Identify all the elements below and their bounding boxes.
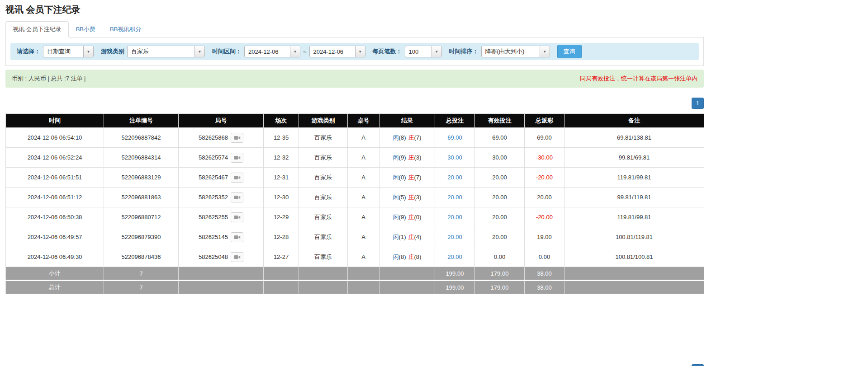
table-row: 2024-12-06 06:50:38 522096880712 5826252… [6,207,704,227]
video-replay-button[interactable] [231,153,243,163]
cell-round-id: 582625574 [179,148,264,168]
video-replay-button[interactable] [231,173,243,183]
round-id-text: 582625352 [199,194,228,201]
total-bet-link[interactable]: 20.00 [447,214,462,221]
empty-cell [379,281,435,294]
video-replay-button[interactable] [231,212,243,222]
time-sort-input[interactable] [482,46,540,57]
chevron-down-icon[interactable]: ▼ [194,46,204,57]
cell-time: 2024-12-06 06:54:10 [6,128,104,148]
subtotal-label: 小计 [6,267,104,281]
game-type-select: ▼ [127,46,205,57]
chevron-down-icon[interactable]: ▼ [83,46,93,57]
cell-table-no: A [348,207,379,227]
cell-valid-bet: 20.00 [475,207,525,227]
tab-bb-video-points[interactable]: BB视讯积分 [103,21,148,38]
cell-round-id: 582625868 [179,128,264,148]
query-type-input[interactable] [43,46,83,57]
query-type-label: 请选择： [17,47,40,56]
tab-betting-records[interactable]: 视讯 会员下注纪录 [5,21,69,38]
cell-payout: -30.00 [525,148,564,168]
player-result: 闲 [393,214,399,221]
banker-result: 庄 [408,134,414,141]
banker-result: 庄 [408,194,414,201]
player-result: 闲 [393,194,399,201]
empty-cell [264,281,299,294]
player-result: 闲 [393,134,399,141]
page-size-input[interactable] [405,46,432,57]
video-camera-icon [234,235,241,240]
empty-cell [299,281,348,294]
chevron-down-icon[interactable]: ▼ [355,46,365,57]
cell-valid-bet: 0.00 [475,247,525,267]
column-header-round-id: 局号 [179,114,264,128]
video-camera-icon [234,135,241,141]
search-button[interactable]: 查询 [557,45,582,58]
date-to-input[interactable] [310,46,355,57]
game-type-input[interactable] [128,46,194,57]
total-bet-link[interactable]: 30.00 [447,154,462,161]
tab-bar: 视讯 会员下注纪录 BB小费 BB视讯积分 [5,21,704,38]
total-label: 总计 [6,281,104,294]
pagination-bottom: 1 [5,364,704,366]
page-title: 视讯 会员下注纪录 [5,4,704,16]
chevron-down-icon[interactable]: ▼ [290,46,300,57]
cell-session: 12-35 [264,128,299,148]
empty-cell [348,281,379,294]
video-camera-icon [234,254,241,260]
cell-bet-id: 522096884314 [104,148,179,168]
player-result-num: (9) [399,154,406,161]
round-id-text: 582625868 [199,134,228,141]
page-1-button[interactable]: 1 [692,98,704,109]
cell-payout: -20.00 [525,207,564,227]
video-replay-button[interactable] [231,232,243,242]
cell-table-no: A [348,247,379,267]
page-size-label: 每页笔数： [373,47,402,56]
total-count: 7 [104,281,179,294]
total-bet-link[interactable]: 20.00 [447,194,462,201]
cell-game-type: 百家乐 [299,168,348,188]
cell-remark: 69.81/138.81 [564,128,704,148]
empty-cell [379,267,435,281]
page: 视讯 会员下注纪录 视讯 会员下注纪录 BB小费 BB视讯积分 请选择： ▼ 游… [5,0,704,366]
cell-time: 2024-12-06 06:50:38 [6,207,104,227]
time-sort-label: 时间排序： [449,47,479,56]
round-id-text: 582625048 [199,253,228,260]
round-id-group: 582625255 [199,212,243,222]
empty-cell [348,267,379,281]
cell-game-type: 百家乐 [299,128,348,148]
cell-time: 2024-12-06 06:49:30 [6,247,104,267]
column-header-table-no: 桌号 [348,114,379,128]
video-camera-icon [234,175,241,180]
round-id-group: 582625467 [199,173,243,183]
player-result: 闲 [393,154,399,161]
subtotal-total-bet: 199.00 [435,267,475,281]
chevron-down-icon[interactable]: ▼ [432,46,441,57]
tab-bb-tips[interactable]: BB小费 [69,21,103,38]
total-bet-link[interactable]: 20.00 [447,174,462,181]
chevron-down-icon[interactable]: ▼ [540,46,550,57]
cell-session: 12-28 [264,227,299,247]
column-header-valid-bet: 有效投注 [475,114,525,128]
total-payout: 38.00 [525,281,564,294]
cell-game-type: 百家乐 [299,227,348,247]
round-id-text: 582625467 [199,174,228,181]
video-replay-button[interactable] [231,252,243,262]
game-type-label: 游戏类别 [101,47,124,56]
cell-total-bet: 20.00 [435,168,475,188]
total-bet-link[interactable]: 69.00 [447,134,462,141]
date-from-input[interactable] [245,46,290,57]
round-id-group: 582625574 [199,153,243,163]
banker-result-num: (4) [414,234,422,240]
empty-cell [299,267,348,281]
betting-records-table: 时间 注单编号 局号 场次 游戏类别 桌号 结果 总投注 有效投注 总派彩 备注… [5,113,704,294]
total-bet-link[interactable]: 20.00 [447,234,462,240]
cell-result: 闲(8)庄(8) [379,247,435,267]
cell-remark: 100.81/119.81 [564,227,704,247]
video-replay-button[interactable] [231,133,243,143]
page-1-button[interactable]: 1 [692,364,704,366]
total-bet-link[interactable]: 20.00 [447,253,462,260]
video-replay-button[interactable] [231,192,243,202]
table-header-row: 时间 注单编号 局号 场次 游戏类别 桌号 结果 总投注 有效投注 总派彩 备注 [6,114,704,128]
banker-result-num: (8) [414,253,422,260]
